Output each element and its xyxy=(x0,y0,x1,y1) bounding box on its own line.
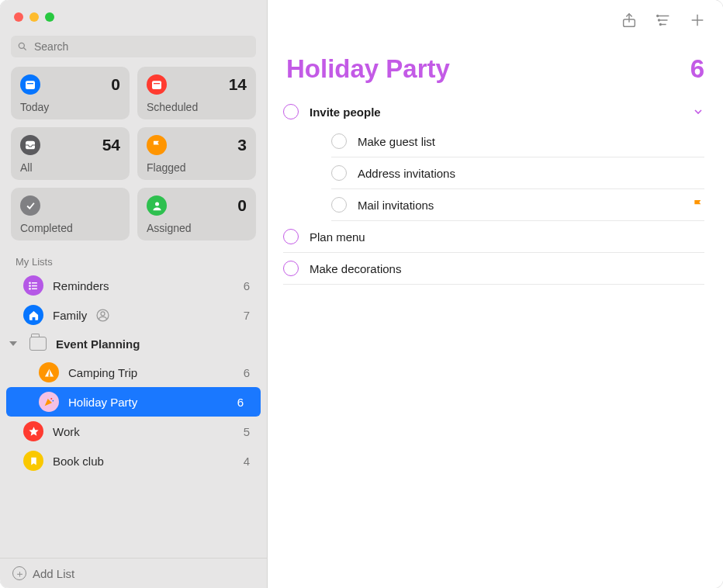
sidebar-item-holiday[interactable]: Holiday Party 6 xyxy=(6,387,261,417)
reminder-text: Mail invitations xyxy=(358,199,434,212)
smart-lists-grid: 0 Today 14 Scheduled 54 All 3 Flagged Co… xyxy=(0,67,267,245)
smart-count: 0 xyxy=(237,196,247,215)
reminder-row[interactable]: Make guest list xyxy=(331,126,704,157)
sidebar-item-count: 6 xyxy=(237,396,247,409)
list-icon xyxy=(23,275,43,296)
search-field-wrap xyxy=(11,36,256,57)
svg-point-12 xyxy=(29,282,29,283)
sidebar-item-label: Reminders xyxy=(53,279,109,292)
smart-list-today[interactable]: 0 Today xyxy=(11,67,130,119)
sidebar-item-count: 6 xyxy=(244,279,253,292)
svg-point-14 xyxy=(29,288,29,289)
toolbar xyxy=(268,0,723,40)
reminders-list: Invite people Make guest listAddress inv… xyxy=(268,93,723,285)
subtask-group: Make guest listAddress invitationsMail i… xyxy=(331,126,704,221)
today-icon xyxy=(20,74,40,95)
svg-rect-7 xyxy=(154,83,160,84)
reminder-text: Make guest list xyxy=(358,135,435,148)
svg-point-18 xyxy=(53,400,54,402)
reminder-text: Make decorations xyxy=(310,262,401,275)
smart-list-flagged[interactable]: 3 Flagged xyxy=(137,127,256,180)
sidebar-item-reminders[interactable]: Reminders 6 xyxy=(0,271,267,300)
folder-icon xyxy=(29,337,47,351)
completion-toggle[interactable] xyxy=(331,133,347,149)
completion-toggle[interactable] xyxy=(283,229,299,244)
add-reminder-button[interactable] xyxy=(689,12,706,29)
smart-label: Scheduled xyxy=(147,101,247,113)
sidebar-item-count: 5 xyxy=(244,425,253,438)
sidebar-folder-event-planning[interactable]: Event Planning xyxy=(0,330,267,358)
list-count: 6 xyxy=(690,54,704,84)
completed-icon xyxy=(20,195,40,216)
smart-list-completed[interactable]: Completed xyxy=(11,188,130,240)
sidebar-item-label: Camping Trip xyxy=(68,366,137,379)
close-window-button[interactable] xyxy=(14,12,23,22)
flagged-icon xyxy=(147,135,167,155)
completion-toggle[interactable] xyxy=(331,197,347,213)
main-panel: Holiday Party 6 Invite people Make guest… xyxy=(268,0,723,588)
sidebar-item-label: Holiday Party xyxy=(68,396,137,409)
smart-count: 0 xyxy=(111,75,120,94)
smart-count: 3 xyxy=(237,136,247,154)
party-icon xyxy=(39,392,59,412)
reminder-row[interactable]: Invite people xyxy=(283,96,704,126)
smart-count: 14 xyxy=(229,75,247,94)
all-icon xyxy=(20,135,40,155)
reminder-row[interactable]: Plan menu xyxy=(283,221,704,253)
svg-point-24 xyxy=(659,19,660,21)
share-button[interactable] xyxy=(621,12,638,29)
completion-toggle[interactable] xyxy=(331,165,347,181)
tent-icon xyxy=(39,362,59,382)
smart-list-all[interactable]: 54 All xyxy=(11,127,130,180)
shared-icon xyxy=(96,309,109,322)
svg-rect-4 xyxy=(27,83,33,84)
chevron-down-icon[interactable] xyxy=(692,105,704,118)
sidebar-item-label: Event Planning xyxy=(56,337,140,351)
list-title: Holiday Party xyxy=(286,54,450,84)
smart-label: Flagged xyxy=(147,161,247,174)
search-icon xyxy=(17,41,28,52)
reminder-row[interactable]: Make decorations xyxy=(283,253,704,285)
svg-point-17 xyxy=(50,398,52,399)
svg-point-13 xyxy=(29,285,29,285)
minimize-window-button[interactable] xyxy=(29,12,39,22)
flag-icon xyxy=(692,199,704,211)
reminder-row[interactable]: Mail invitations xyxy=(331,189,704,221)
bookmark-icon xyxy=(23,451,43,471)
smart-list-scheduled[interactable]: 14 Scheduled xyxy=(137,67,256,119)
sidebar-item-bookclub[interactable]: Book club 4 xyxy=(0,446,267,476)
svg-line-1 xyxy=(23,47,26,50)
window: 0 Today 14 Scheduled 54 All 3 Flagged Co… xyxy=(0,0,723,588)
add-list-button[interactable]: ＋ Add List xyxy=(0,558,267,588)
svg-point-25 xyxy=(659,24,661,26)
house-icon xyxy=(23,305,43,325)
reminder-text: Invite people xyxy=(310,105,381,119)
sidebar-item-label: Book club xyxy=(53,455,104,468)
search-input[interactable] xyxy=(11,36,256,57)
smart-count: 54 xyxy=(102,136,120,154)
fullscreen-window-button[interactable] xyxy=(45,12,54,22)
reminder-text: Address invitations xyxy=(358,167,455,180)
reminder-text: Plan menu xyxy=(310,230,365,244)
svg-point-23 xyxy=(657,16,659,17)
reminder-row[interactable]: Address invitations xyxy=(331,157,704,189)
sidebar-item-count: 6 xyxy=(244,366,253,379)
sidebar: 0 Today 14 Scheduled 54 All 3 Flagged Co… xyxy=(0,0,268,588)
view-options-button[interactable] xyxy=(655,12,672,29)
smart-label: All xyxy=(20,161,120,174)
sidebar-item-count: 7 xyxy=(244,309,253,322)
add-list-label: Add List xyxy=(33,567,74,580)
smart-label: Today xyxy=(20,101,120,113)
sidebar-item-camping[interactable]: Camping Trip 6 xyxy=(0,358,267,387)
sidebar-item-label: Work xyxy=(53,425,80,438)
sidebar-item-count: 4 xyxy=(244,455,253,468)
smart-label: Assigned xyxy=(147,222,247,234)
sidebar-item-family[interactable]: Family 7 xyxy=(0,300,267,330)
assigned-icon xyxy=(147,195,167,216)
svg-point-8 xyxy=(155,202,159,206)
completion-toggle[interactable] xyxy=(283,104,299,119)
smart-list-assigned[interactable]: 0 Assigned xyxy=(137,188,256,240)
completion-toggle[interactable] xyxy=(283,261,299,276)
list-heading: Holiday Party 6 xyxy=(268,40,723,93)
sidebar-item-work[interactable]: Work 5 xyxy=(0,417,267,446)
